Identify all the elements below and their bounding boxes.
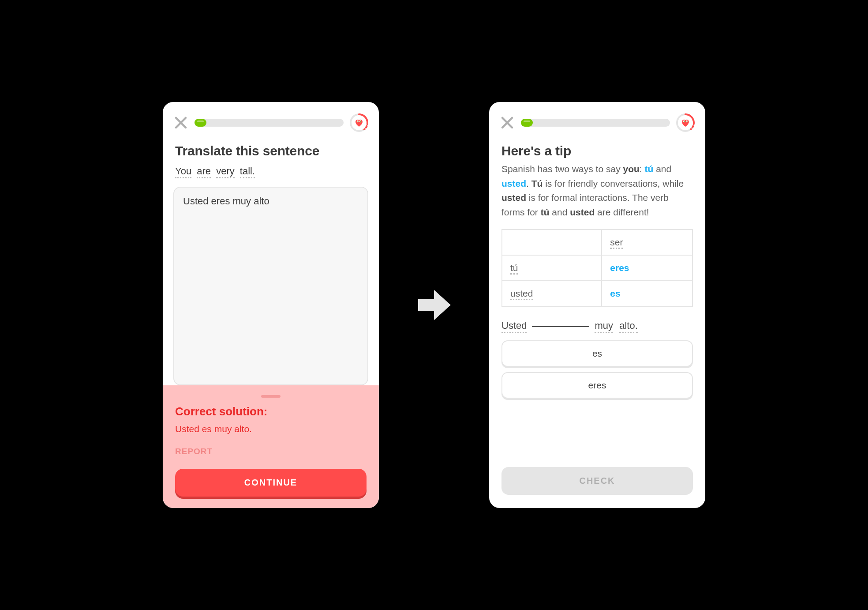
answer-input[interactable]: Usted eres muy alto <box>173 187 368 385</box>
prompt-sentence: You are very tall. <box>163 160 379 181</box>
drag-handle[interactable] <box>261 395 281 398</box>
progress-fill <box>521 119 533 127</box>
pronoun-cell[interactable]: tú <box>510 263 518 275</box>
hearts-indicator[interactable] <box>676 113 695 132</box>
verb-form-cell: eres <box>602 255 692 281</box>
tip-paragraph: Spanish has two ways to say you: tú and … <box>489 160 705 219</box>
lesson-screen-translation: Translate this sentence You are very tal… <box>163 102 379 508</box>
verb-form-cell: es <box>602 281 692 306</box>
option-button[interactable]: eres <box>501 372 693 399</box>
fill-word[interactable]: Usted <box>501 320 527 333</box>
heart-icon <box>353 117 365 128</box>
lesson-header <box>163 102 379 136</box>
answer-options: es eres <box>489 338 705 399</box>
prompt-word[interactable]: tall. <box>240 166 255 178</box>
blank-slot[interactable] <box>532 325 589 327</box>
fill-word[interactable]: alto. <box>619 320 638 333</box>
svg-point-13 <box>687 121 688 122</box>
feedback-heading: Correct solution: <box>175 405 367 418</box>
close-icon[interactable] <box>173 115 188 130</box>
prompt-word[interactable]: are <box>197 166 211 178</box>
svg-point-5 <box>358 121 359 122</box>
report-button[interactable]: REPORT <box>175 447 367 456</box>
lesson-header <box>489 102 705 136</box>
table-row: usted es <box>502 281 692 306</box>
fill-word[interactable]: muy <box>595 320 613 333</box>
progress-bar <box>521 119 670 127</box>
table-header-verb[interactable]: ser <box>610 237 623 249</box>
close-icon[interactable] <box>500 115 515 130</box>
hearts-indicator[interactable] <box>350 113 368 132</box>
heart-icon <box>680 117 691 128</box>
tip-screen: Here's a tip Spanish has two ways to say… <box>489 102 705 508</box>
tip-title: Here's a tip <box>489 136 705 160</box>
arrow-icon <box>414 285 454 325</box>
svg-point-12 <box>684 121 685 122</box>
prompt-word[interactable]: very <box>216 166 235 178</box>
check-button[interactable]: CHECK <box>501 467 693 495</box>
continue-button[interactable]: CONTINUE <box>175 469 367 497</box>
svg-point-6 <box>360 121 361 122</box>
fill-blank-sentence: Usted muy alto. <box>489 307 705 338</box>
pronoun-cell[interactable]: usted <box>510 288 533 300</box>
conjugation-table: ser tú eres usted es <box>501 229 693 307</box>
option-button[interactable]: es <box>501 340 693 367</box>
exercise-title: Translate this sentence <box>163 136 379 160</box>
feedback-panel: Correct solution: Usted es muy alto. REP… <box>163 385 379 508</box>
table-row: ser <box>502 230 692 255</box>
progress-fill <box>195 119 206 127</box>
correct-solution-text: Usted es muy alto. <box>175 424 367 434</box>
table-row: tú eres <box>502 255 692 281</box>
progress-bar <box>195 119 344 127</box>
prompt-word[interactable]: You <box>175 166 191 178</box>
